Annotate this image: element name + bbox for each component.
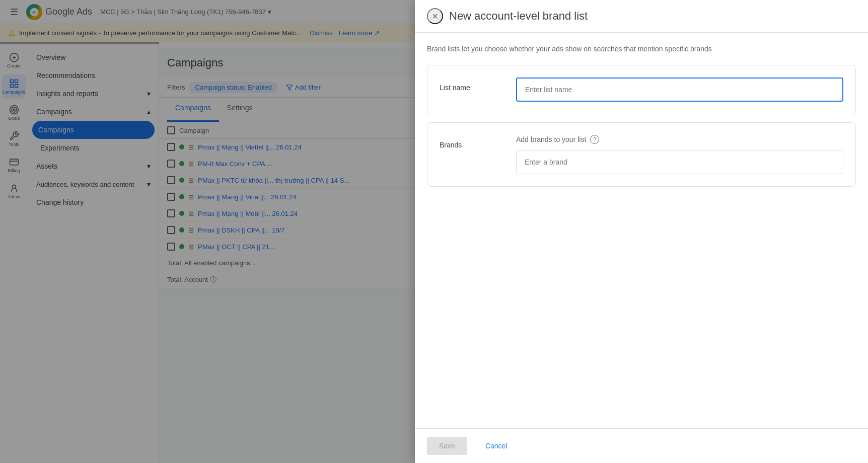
modal-title: New account-level brand list <box>449 10 588 23</box>
list-name-row: List name <box>440 78 843 102</box>
list-name-section: List name <box>427 65 856 114</box>
modal-body: Brand lists let you choose whether your … <box>415 33 868 428</box>
brands-section: Brands Add brands to your list ? <box>427 122 856 187</box>
brands-header: Add brands to your list ? <box>516 135 843 144</box>
list-name-label: List name <box>440 78 500 92</box>
brands-field: Add brands to your list ? <box>516 135 843 174</box>
modal-header: × New account-level brand list <box>415 0 868 33</box>
list-name-field <box>516 78 843 102</box>
cancel-button[interactable]: Cancel <box>473 437 520 455</box>
brands-help-icon[interactable]: ? <box>590 135 599 144</box>
brand-input[interactable] <box>516 150 843 174</box>
list-name-input[interactable] <box>516 78 843 102</box>
modal-footer: Save Cancel <box>415 428 868 463</box>
brands-sublabel: Add brands to your list <box>516 135 586 143</box>
save-button[interactable]: Save <box>427 437 467 455</box>
brand-list-modal: × New account-level brand list Brand lis… <box>415 0 868 463</box>
modal-subtitle: Brand lists let you choose whether your … <box>427 45 856 53</box>
brands-label: Brands <box>440 135 500 149</box>
modal-close-button[interactable]: × <box>427 8 443 24</box>
brands-row: Brands Add brands to your list ? <box>440 135 843 174</box>
